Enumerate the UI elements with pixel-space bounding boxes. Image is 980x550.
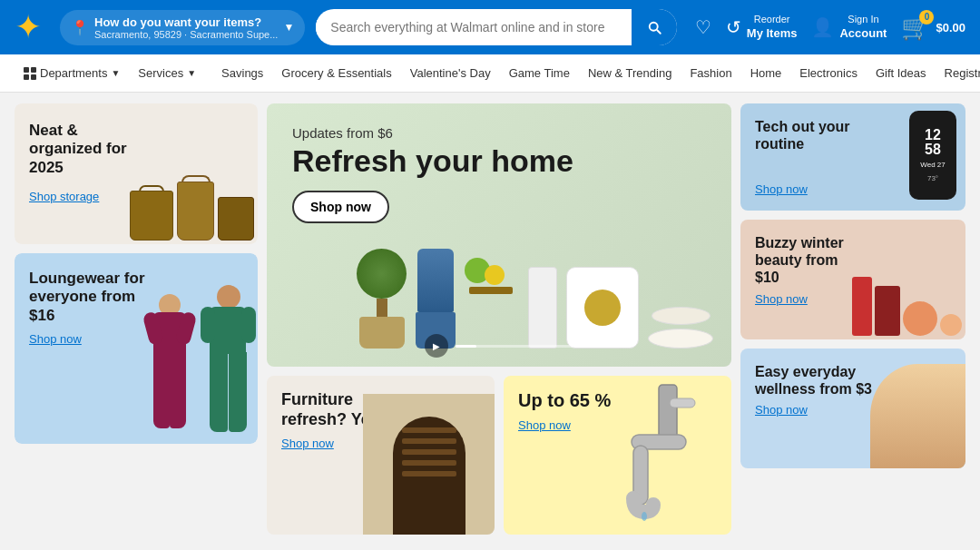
right-column: Tech out your routine Shop now 12 58 Wed… [740,103,965,535]
chevron-down-icon: ▼ [283,21,294,34]
nav-item-gametime[interactable]: Game Time [500,54,579,93]
loungewear-headline: Loungewear for everyone from $16 [29,270,156,325]
nav-home-label: Home [750,66,782,80]
left-column: Neat & organized for 2025 Shop storage L… [15,103,258,535]
storage-card[interactable]: Neat & organized for 2025 Shop storage [15,103,258,244]
furniture-card[interactable]: Furniture refresh? Yes! Shop now [267,376,495,535]
hero-headline: Refresh your home [292,144,706,178]
face-illustration [870,364,965,468]
nav-trending-label: New & Trending [588,66,672,80]
nav-savings-label: Savings [221,66,263,80]
reorder-button[interactable]: ↺ Reorder My Items [726,13,798,41]
account-icon: 👤 [811,16,834,38]
nav-item-home[interactable]: Home [741,54,791,93]
storage-link[interactable]: Shop storage [29,190,99,203]
location-icon: 📍 [71,19,89,36]
watch-illustration: 12 58 Wed 27 73° [909,111,956,200]
nav-electronics-label: Electronics [799,66,858,80]
reorder-sublabel: My Items [747,26,798,42]
nav-item-savings[interactable]: Savings [212,54,272,93]
hero-card[interactable]: Updates from $6 Refresh your home Shop n… [267,103,731,367]
nav-item-giftideas[interactable]: Gift Ideas [867,54,936,93]
plumbing-link[interactable]: Shop now [518,418,571,432]
header: ✦ 📍 How do you want your items? Sacramen… [0,0,980,54]
watch-time: 12 [925,128,941,142]
nav-gametime-label: Game Time [509,66,570,80]
faucet-illustration [622,380,713,524]
hero-updates: Updates from $6 [292,125,706,141]
grid-icon [24,67,36,80]
services-label: Services [138,66,183,80]
main-nav: Departments ▼ Services ▼ Savings Grocery… [0,54,980,93]
services-menu[interactable]: Services ▼ [129,54,205,93]
wellness-card[interactable]: Easy everyday wellness from $3 Shop now [740,349,965,468]
cart-price: $0.00 [936,21,965,34]
svg-rect-0 [659,385,677,439]
svg-point-4 [642,512,647,521]
heart-icon: ♡ [695,16,711,38]
plumbing-card[interactable]: Up to 65 % Shop now [504,376,731,535]
hero-shop-button[interactable]: Shop now [292,191,389,223]
loungewear-card[interactable]: Loungewear for everyone from $16 Shop no… [15,253,258,444]
furniture-link[interactable]: Shop now [281,437,334,450]
nav-fashion-label: Fashion [690,66,731,80]
nav-item-fashion[interactable]: Fashion [681,54,740,93]
reorder-label: Reorder [754,14,790,25]
signin-label: Sign In [848,14,878,25]
nav-item-registry[interactable]: Registry [936,54,980,93]
cart-badge: 0 [919,10,934,25]
video-progress-bar [456,345,573,348]
search-input[interactable] [316,20,632,34]
tech-headline: Tech out your routine [755,118,873,152]
cart-button[interactable]: 🛒 0 $0.00 [901,14,965,42]
tech-card[interactable]: Tech out your routine Shop now 12 58 Wed… [740,103,965,211]
nav-item-electronics[interactable]: Electronics [790,54,867,93]
departments-menu[interactable]: Departments ▼ [15,54,129,93]
departments-label: Departments [40,66,107,80]
location-text: How do you want your items? Sacramento, … [94,15,278,40]
search-button[interactable] [632,9,677,45]
search-bar [316,9,677,45]
cart-icon: 🛒 0 [901,14,930,42]
wellness-headline: Easy everyday wellness from $3 [755,363,877,398]
beauty-headline: Buzzy winter beauty from $10 [755,234,864,287]
nav-item-grocery[interactable]: Grocery & Essentials [272,54,400,93]
nav-valentines-label: Valentine's Day [410,66,491,80]
signin-button[interactable]: 👤 Sign In Account [811,13,887,41]
wishlist-button[interactable]: ♡ [695,16,711,38]
nav-registry-label: Registry [945,66,980,80]
nav-giftideas-label: Gift Ideas [876,66,926,80]
chevron-departments: ▼ [111,68,120,78]
reorder-text: Reorder My Items [747,13,798,41]
nav-item-trending[interactable]: New & Trending [579,54,681,93]
location-selector[interactable]: 📍 How do you want your items? Sacramento… [60,10,305,45]
walmart-star-icon: ✦ [15,11,42,44]
middle-column: Updates from $6 Refresh your home Shop n… [267,103,731,535]
beauty-products-illustration [852,277,962,336]
nav-item-valentines[interactable]: Valentine's Day [401,54,500,93]
watch-min: 58 [925,142,941,157]
beauty-card[interactable]: Buzzy winter beauty from $10 Shop now [740,220,965,339]
location-address: Sacramento, 95829 · Sacramento Supe... [94,29,278,40]
header-actions: ♡ ↺ Reorder My Items 👤 Sign In Account 🛒… [695,13,965,41]
svg-rect-3 [670,398,695,408]
location-how-text: How do you want your items? [94,15,278,29]
reorder-icon: ↺ [726,16,741,38]
watch-day: Wed 27 [920,161,945,170]
signin-sublabel: Account [839,26,887,42]
bottom-cards: Furniture refresh? Yes! Shop now [267,376,731,535]
signin-text: Sign In Account [839,13,887,41]
walmart-logo: ✦ [15,11,49,44]
play-button[interactable]: ▶ [425,334,448,358]
loungewear-link[interactable]: Shop now [29,332,82,346]
search-icon [646,19,662,35]
chevron-services: ▼ [187,68,196,78]
main-content: Neat & organized for 2025 Shop storage L… [0,93,980,545]
nav-grocery-label: Grocery & Essentials [281,66,391,80]
